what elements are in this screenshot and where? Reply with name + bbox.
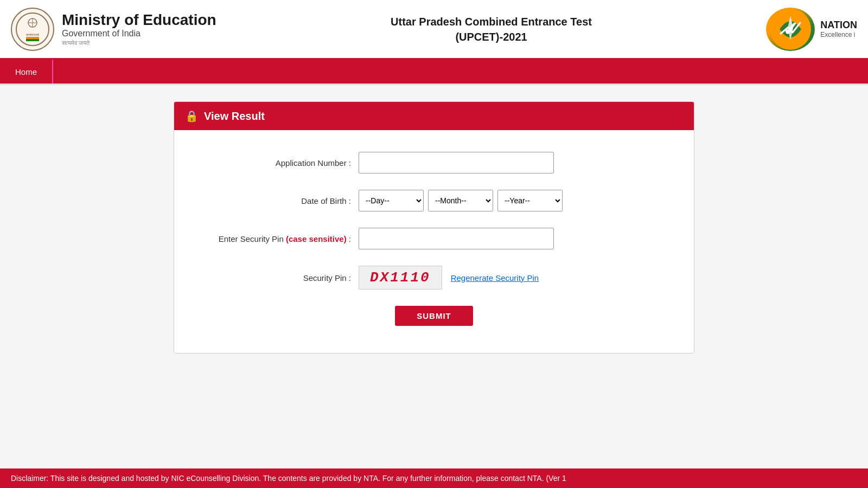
card-body: Application Number : Date of Birth : --D… [174,130,694,353]
application-number-input[interactable] [359,152,554,174]
security-pin-row: Enter Security Pin (case sensitive) : [207,228,661,249]
security-pin-input[interactable] [359,228,554,249]
dob-label: Date of Birth : [207,196,359,206]
header-right: NATION Excellence i [766,8,857,51]
submit-row: SUBMIT [207,306,661,326]
main-content: 🔒 View Result Application Number : Date … [0,85,868,370]
submit-button[interactable]: SUBMIT [395,306,473,326]
security-pin-label: Enter Security Pin (case sensitive) : [207,234,359,243]
year-select[interactable]: --Year-- 1995199619971998 19992000200120… [497,190,563,211]
ministry-title: Ministry of Education [62,11,216,29]
page-header: सत्यमेव जयते Ministry of Education Gover… [0,0,868,60]
nic-logo [766,8,815,51]
government-emblem: सत्यमेव जयते [11,8,54,51]
dob-row: Date of Birth : --Day-- 12345 678910 111… [207,190,661,211]
footer-disclaimer: Disclaimer: This site is designed and ho… [0,468,868,488]
nic-text-group: NATION Excellence i [820,20,857,38]
svg-point-7 [770,9,811,50]
security-pin-image: DX1110 [359,266,442,290]
lock-icon: 🔒 [185,110,199,123]
card-header: 🔒 View Result [174,102,694,130]
view-result-card: 🔒 View Result Application Number : Date … [174,101,694,354]
header-left: सत्यमेव जयते Ministry of Education Gover… [11,8,216,51]
dob-selects: --Day-- 12345 678910 1112131415 16171819… [359,190,563,211]
month-select[interactable]: --Month-- JanuaryFebruaryMarchApril MayJ… [428,190,493,211]
nic-sublabel: Excellence i [820,31,857,38]
header-center: Uttar Pradesh Combined Entrance Test (UP… [216,14,767,44]
security-pin-display-row: Security Pin : DX1110 Regenerate Securit… [207,266,661,290]
navbar: Home [0,60,868,84]
satyamev-text: सत्यमेव जयते [62,40,216,47]
svg-text:सत्यमेव जयते: सत्यमेव जयते [25,33,40,36]
nav-home[interactable]: Home [0,60,53,84]
gov-subtitle: Government of India [62,29,216,38]
application-number-label: Application Number : [207,158,359,168]
regenerate-link[interactable]: Regenerate Security Pin [451,273,539,282]
application-number-row: Application Number : [207,152,661,174]
ministry-title-group: Ministry of Education Government of Indi… [62,11,216,47]
day-select[interactable]: --Day-- 12345 678910 1112131415 16171819… [359,190,424,211]
card-title: View Result [204,110,265,123]
exam-title: Uttar Pradesh Combined Entrance Test (UP… [216,14,767,44]
security-pin-display-label: Security Pin : [207,273,359,282]
svg-rect-6 [26,39,39,41]
security-pin-area: DX1110 Regenerate Security Pin [359,266,539,290]
nic-label: NATION [820,20,857,31]
